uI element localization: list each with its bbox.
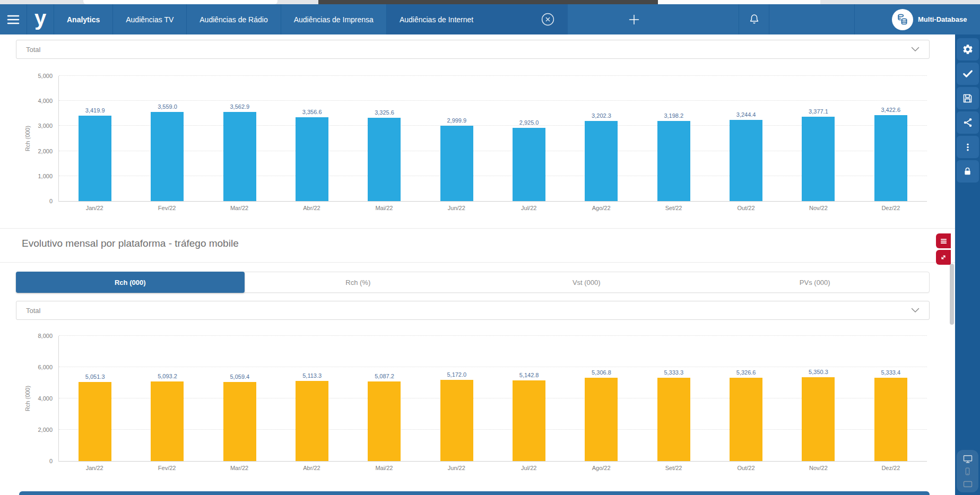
vertical-scrollbar-thumb[interactable]	[950, 264, 954, 325]
bar-column-mar-22: 3,562.9	[204, 76, 276, 201]
bar-value-label: 5,350.3	[809, 369, 828, 375]
bar-column-out-22: 5,326.6	[710, 336, 782, 461]
bar-column-jan-22: 5,051.3	[59, 336, 131, 461]
bar-column-out-22: 3,244.4	[710, 76, 782, 201]
bar-column-jul-22: 2,925.0	[493, 76, 565, 201]
bar[interactable]	[79, 382, 111, 461]
tab-analytics[interactable]: Analytics	[54, 4, 113, 34]
add-tab-button[interactable]	[619, 4, 649, 34]
bar[interactable]	[368, 118, 401, 201]
y-axis-tick-label: 8,000	[27, 333, 53, 339]
bar-column-dez-22: 3,422.6	[855, 76, 927, 201]
tab-audiencias-tv[interactable]: Audiências TV	[113, 4, 187, 34]
metric-tab-rch-000[interactable]: Rch (000)	[16, 272, 245, 293]
bar[interactable]	[730, 378, 762, 461]
tablet-icon[interactable]	[962, 479, 973, 489]
desktop-icon[interactable]	[962, 454, 973, 464]
bar-value-label: 3,559.0	[158, 103, 177, 110]
device-preview-toggle	[957, 450, 978, 492]
section-divider	[0, 228, 955, 229]
y-axis-tick-label: 5,000	[27, 73, 53, 79]
database-selector[interactable]: Multi-Database	[854, 4, 980, 34]
bar[interactable]	[368, 381, 401, 461]
save-button[interactable]	[957, 87, 979, 109]
target-filter-value-2: Total	[26, 307, 40, 315]
database-selector-label: Multi-Database	[918, 15, 967, 23]
dots-icon	[963, 142, 973, 153]
hamburger-menu-button[interactable]	[0, 4, 27, 34]
section-title: Evolutivo mensal por plataforma - tráfeg…	[22, 238, 239, 249]
bar[interactable]	[151, 381, 184, 461]
bar-value-label: 2,999.9	[447, 117, 466, 124]
bell-icon	[748, 13, 760, 26]
bar-column-set-22: 5,333.3	[638, 336, 710, 461]
y-axis-tick-label: 4,000	[27, 98, 53, 104]
tab-audiencias-internet[interactable]: Audiências de Internet	[387, 4, 568, 34]
x-axis-tick-label: Dez/22	[855, 205, 927, 211]
gear-icon	[962, 44, 974, 55]
bar-value-label: 3,325.6	[375, 109, 394, 116]
metric-tab-vst-000[interactable]: Vst (000)	[472, 272, 701, 292]
logo-letter: y	[34, 7, 46, 29]
apply-button[interactable]	[957, 63, 979, 85]
chart-floating-actions	[936, 233, 951, 265]
bar[interactable]	[223, 382, 256, 461]
close-tab-icon[interactable]	[541, 12, 555, 27]
section-divider-2	[0, 262, 955, 263]
lock-button[interactable]	[957, 160, 979, 183]
expand-button[interactable]	[936, 250, 951, 265]
x-axis-tick-label: Fev/22	[131, 465, 203, 471]
x-axis-labels: Jan/22Fev/22Mar/22Abr/22Mai/22Jun/22Jul/…	[58, 205, 927, 211]
bar[interactable]	[657, 121, 690, 201]
chevron-down-icon	[911, 47, 920, 52]
bar[interactable]	[513, 128, 545, 201]
y-axis-tick-label: 2,000	[27, 427, 53, 433]
bar[interactable]	[585, 378, 618, 461]
bar-value-label: 3,562.9	[230, 103, 249, 110]
x-axis-tick-label: Mai/22	[348, 465, 420, 471]
bar-value-label: 3,377.1	[809, 108, 828, 115]
bar[interactable]	[802, 117, 835, 201]
bar[interactable]	[151, 112, 184, 201]
bar-column-abr-22: 3,356.6	[276, 76, 348, 201]
tab-audiencias-imprensa[interactable]: Audiências de Imprensa	[281, 4, 387, 34]
settings-button[interactable]	[957, 38, 979, 60]
metric-tab-bar: Rch (000)Rch (%)Vst (000)PVs (000)	[16, 272, 930, 293]
bar[interactable]	[874, 378, 907, 461]
app-logo[interactable]: y	[27, 4, 54, 34]
metric-tab-rch-pct[interactable]: Rch (%)	[244, 272, 473, 292]
bar[interactable]	[296, 117, 328, 201]
browser-light-edge	[658, 0, 820, 4]
bar[interactable]	[79, 116, 111, 201]
more-options-button[interactable]	[957, 136, 979, 158]
x-axis-tick-label: Out/22	[710, 205, 782, 211]
tab-label: Analytics	[67, 15, 100, 24]
tools-sidebar	[955, 34, 980, 495]
bar[interactable]	[223, 112, 256, 201]
bar-value-label: 3,419.9	[85, 107, 105, 114]
plus-icon	[628, 13, 640, 26]
tab-label: Audiências de Rádio	[200, 15, 267, 24]
bar[interactable]	[730, 120, 762, 201]
bar-value-label: 3,356.6	[302, 109, 322, 115]
x-axis-tick-label: Nov/22	[782, 205, 854, 211]
tab-audiencias-radio[interactable]: Audiências de Rádio	[187, 4, 281, 34]
bar[interactable]	[802, 377, 835, 461]
target-filter-dropdown-1[interactable]: Total	[16, 40, 930, 59]
target-filter-dropdown-2[interactable]: Total	[16, 301, 930, 320]
bar[interactable]	[657, 378, 690, 461]
bar[interactable]	[513, 380, 545, 461]
metric-tab-pvs-000[interactable]: PVs (000)	[701, 272, 930, 292]
bar[interactable]	[296, 381, 328, 461]
data-table-button[interactable]	[936, 233, 951, 248]
share-button[interactable]	[957, 111, 979, 134]
browser-tab-edge	[83, 0, 277, 4]
bar-column-jul-22: 5,142.8	[493, 336, 565, 461]
bar[interactable]	[440, 380, 473, 461]
bar[interactable]	[440, 126, 473, 201]
phone-icon[interactable]	[963, 467, 972, 476]
bar[interactable]	[874, 115, 907, 201]
notifications-button[interactable]	[739, 4, 769, 34]
bar[interactable]	[585, 121, 618, 201]
bar-column-mai-22: 5,087.2	[348, 336, 420, 461]
